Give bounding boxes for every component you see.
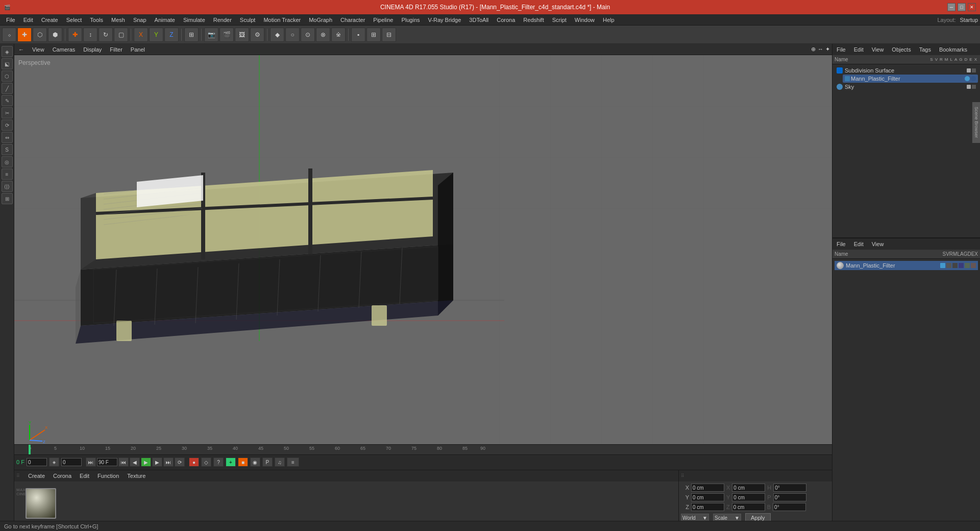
vp-panel-menu[interactable]: Panel <box>129 46 147 53</box>
render-region-btn[interactable]: 📷 <box>204 28 218 42</box>
mm-edit-menu[interactable]: Edit <box>852 241 866 247</box>
rotate-tool-btn[interactable]: ↻ <box>99 28 113 42</box>
move-tool-btn[interactable]: ✚ <box>68 28 82 42</box>
left-tool-line[interactable]: ╱ <box>2 83 13 94</box>
left-tool-poly[interactable]: ⬡ <box>2 70 13 82</box>
render-settings-btn[interactable]: ⚙ <box>250 28 264 42</box>
attr-y2-input[interactable] <box>732 493 765 501</box>
attr-h-input[interactable] <box>773 484 806 492</box>
go-start-btn[interactable]: ⏮ <box>118 457 129 467</box>
vp-filter-menu[interactable]: Filter <box>108 46 124 53</box>
om-bookmarks-menu[interactable]: Bookmarks <box>937 46 969 53</box>
keyframe-btn[interactable]: ◇ <box>201 457 211 467</box>
om-item-subdivision[interactable]: Subdivision Surface <box>835 66 978 75</box>
mat-corona-menu[interactable]: Corona <box>51 473 74 479</box>
menu-create[interactable]: Create <box>37 16 62 24</box>
keyframe-auto-btn[interactable]: ◈ <box>49 457 59 467</box>
sound-btn[interactable]: ♫ <box>275 457 285 467</box>
attr-z-input[interactable] <box>691 503 724 511</box>
vp-view-menu[interactable]: View <box>30 46 46 53</box>
axis-x-btn[interactable]: X <box>134 28 148 42</box>
menu-window[interactable]: Window <box>571 16 599 24</box>
om-item-sky[interactable]: Sky <box>835 83 978 91</box>
sidebar-browser-tab[interactable]: Scene Browser <box>972 102 980 143</box>
prev-frame-btn[interactable]: ◀ <box>130 457 140 467</box>
vp-back-btn[interactable]: ← <box>16 46 26 53</box>
nurbs-btn[interactable]: ⊗ <box>316 28 330 42</box>
menu-corona[interactable]: Corona <box>493 16 519 24</box>
close-button[interactable]: ✕ <box>968 3 976 11</box>
left-tool-live[interactable]: ⬕ <box>2 58 13 69</box>
mm-view-menu[interactable]: View <box>870 241 886 247</box>
menu-snap[interactable]: Snap <box>129 16 151 24</box>
mat-edit-menu[interactable]: Edit <box>78 473 91 479</box>
mat-create-menu[interactable]: Create <box>26 473 47 479</box>
om-objects-menu[interactable]: Objects <box>890 46 913 53</box>
go-end-btn[interactable]: ⏭ <box>163 457 174 467</box>
keyframe-help-btn[interactable]: ? <box>213 457 224 467</box>
menu-script[interactable]: Script <box>548 16 571 24</box>
menu-help[interactable]: Help <box>599 16 619 24</box>
end-frame-input[interactable] <box>97 458 117 466</box>
vp-icon-1[interactable]: ⊕ <box>811 46 816 53</box>
powerslider-btn[interactable]: ≡ <box>287 457 299 467</box>
mm-file-menu[interactable]: File <box>835 241 848 247</box>
menu-pipeline[interactable]: Pipeline <box>369 16 397 24</box>
vp-display-menu[interactable]: Display <box>81 46 104 53</box>
layout-btn-1[interactable]: ▪ <box>351 28 365 42</box>
layout-btn-3[interactable]: ⊟ <box>382 28 396 42</box>
left-tool-measure[interactable]: ⟨|⟩ <box>2 181 13 192</box>
mode-paint-btn[interactable]: ✚ <box>17 28 32 42</box>
mode-poly-btn[interactable]: ⬢ <box>48 28 62 42</box>
render-viewport-btn[interactable]: 🎬 <box>219 28 234 42</box>
viewport-3d[interactable]: Perspective Grid Spacing : 10 cm X Y Z <box>14 55 832 444</box>
menu-motion-tracker[interactable]: Motion Tracker <box>259 16 305 24</box>
menu-mograph[interactable]: MoGraph <box>305 16 336 24</box>
attr-y-input[interactable] <box>691 493 724 501</box>
next-frame-btn[interactable]: ▶ <box>152 457 162 467</box>
attr-x-input[interactable] <box>691 484 724 492</box>
attr-z2-input[interactable] <box>732 503 765 511</box>
menu-vray-bridge[interactable]: V-Ray Bridge <box>424 16 465 24</box>
vp-cameras-menu[interactable]: Cameras <box>51 46 78 53</box>
objects-btn[interactable]: ◆ <box>270 28 284 42</box>
attr-p-input[interactable] <box>773 493 806 501</box>
menu-animate[interactable]: Animate <box>151 16 179 24</box>
loop-btn[interactable]: ⟳ <box>175 457 185 467</box>
splines-btn[interactable]: ⊙ <box>301 28 315 42</box>
play-end-btn[interactable]: ⏭ <box>86 457 96 467</box>
viewport-container[interactable]: ← View Cameras Display Filter Panel ⊕ ↔ … <box>14 44 832 444</box>
menu-mesh[interactable]: Mesh <box>107 16 129 24</box>
left-tool-array[interactable]: ⊞ <box>2 193 13 204</box>
attr-b-input[interactable] <box>773 503 806 511</box>
del-keyframe-btn[interactable]: ■ <box>238 457 248 467</box>
minimize-button[interactable]: ─ <box>947 3 955 11</box>
left-tool-knife[interactable]: ✂ <box>2 107 13 118</box>
menu-simulate[interactable]: Simulate <box>179 16 209 24</box>
menu-plugins[interactable]: Plugins <box>397 16 424 24</box>
motion-btn[interactable]: ◉ <box>250 457 260 467</box>
record-btn[interactable]: ● <box>189 457 199 467</box>
frame-value-input[interactable] <box>61 458 82 466</box>
effectors-btn[interactable]: ※ <box>331 28 346 42</box>
grid-btn[interactable]: ⊞ <box>184 28 199 42</box>
menu-sculpt[interactable]: Sculpt <box>236 16 260 24</box>
scale-tool-btn[interactable]: ↕ <box>83 28 97 42</box>
mm-row-mann-filter[interactable]: Mann_Plastic_Filter <box>835 261 978 270</box>
om-edit-menu[interactable]: Edit <box>852 46 866 53</box>
om-item-mann-filter[interactable]: Mann_Plastic_Filter <box>843 75 978 83</box>
attr-x2-input[interactable] <box>732 484 765 492</box>
om-file-menu[interactable]: File <box>835 46 848 53</box>
vp-icon-2[interactable]: ↔ <box>818 46 823 53</box>
om-view-menu[interactable]: View <box>870 46 886 53</box>
vp-icon-3[interactable]: ✦ <box>825 46 830 53</box>
mat-function-menu[interactable]: Function <box>95 473 121 479</box>
material-item-1[interactable]: MAXONCINEMA4D mat_Ma <box>16 488 47 525</box>
menu-tools[interactable]: Tools <box>86 16 107 24</box>
om-tags-menu[interactable]: Tags <box>917 46 933 53</box>
left-tool-weld[interactable]: ◎ <box>2 156 13 167</box>
maximize-button[interactable]: □ <box>958 3 966 11</box>
layout-btn-2[interactable]: ⊞ <box>366 28 381 42</box>
left-tool-mirror[interactable]: ⇔ <box>2 132 13 143</box>
menu-edit[interactable]: Edit <box>19 16 37 24</box>
